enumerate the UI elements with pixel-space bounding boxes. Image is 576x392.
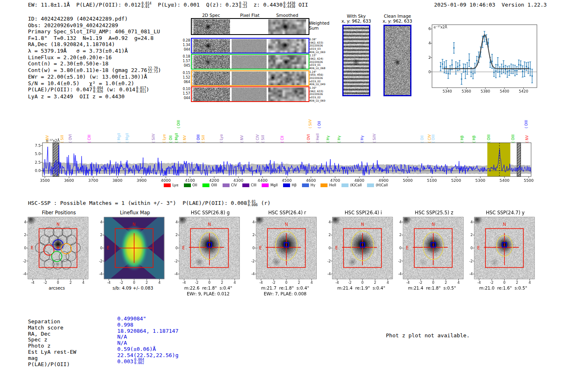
legend-label: (H)CaII: [376, 183, 388, 187]
match-table-value: N/A: [117, 340, 127, 346]
text-segment: ID: 4024242289 (4024242289.pdf): [28, 16, 128, 22]
match-table-value: 22.54(22.52,22.56)g: [117, 352, 179, 358]
text-segment: EW: 11.8±1.1Å P(LAE)/P(OII): 0.012: [28, 2, 141, 8]
legend-item: OIII: [202, 183, 217, 187]
pixelflat-image: [232, 39, 267, 53]
spec2d-row-left-labels: 0.281.34044: [181, 38, 190, 52]
match-table-value: 0.998: [117, 322, 133, 328]
cutout-xlabel: m:21.4 re:1.9" s:0.4": [321, 285, 402, 290]
legend-item: CIV: [223, 183, 237, 187]
info-line: λ = 5379.19Å σ = 3.73(±0.41)Å: [28, 48, 161, 54]
match-table-label: RA, Dec: [28, 331, 51, 337]
stacked-uncertainty: 0.0170.011: [135, 87, 146, 93]
legend-label: HeII: [329, 183, 336, 187]
spec2d-row: [191, 54, 309, 70]
legend-label: Hγ: [311, 183, 315, 187]
legend-swatch: [242, 183, 249, 187]
info-line: Primary Spec_Slot_IFU_AMP: 406_071_081_L…: [28, 28, 161, 35]
cutout-panel: Fiber Positionsarcsecs: [16, 210, 98, 296]
spectral-line-label: ( SiIV: [308, 119, 312, 128]
cutout-image-image: [320, 215, 396, 285]
smoothed-image: [268, 72, 306, 85]
info-line: EWr = 22.00(±5.10) (w: 13.00(±1.30))Å: [28, 74, 161, 80]
legend-swatch: [262, 183, 269, 187]
text-segment: ): [146, 86, 149, 93]
clean-image: [383, 25, 411, 96]
legend-swatch: [302, 183, 309, 187]
spec2d-row-right-labels: 1.24"(959, 456)20220926v019_02406_LU_049: [309, 71, 334, 87]
legend-item: Hβ: [283, 183, 297, 187]
smoothed-image: [268, 39, 306, 53]
pixelflat-image: [232, 72, 267, 85]
text-segment: Cont(n) = 2.30(±0.50)e-18: [28, 60, 109, 67]
spec2d-image: [192, 19, 230, 34]
with-sky-image: [342, 25, 370, 96]
header-timestamp-version: 2025-01-09 10:46:03 Version 1.22.3: [434, 2, 547, 8]
legend-label: OIII: [211, 183, 217, 187]
cutout-image-image: [244, 215, 320, 285]
spec2d-image: [192, 55, 230, 69]
text-segment: Primary Spec_Slot_IFU_AMP: 406_071_081_L…: [28, 28, 160, 35]
legend-swatch: [341, 183, 348, 187]
legend-item: MgII: [262, 183, 278, 187]
text-segment: P(Lyα): 0.001 Q(z): 0.23: [151, 2, 238, 8]
left-label: 0.10: [181, 87, 190, 91]
legend-item: Hγ: [302, 183, 315, 187]
match-table-label: Spec z: [28, 336, 47, 343]
spec2d-row-left-labels: 0.151.52064: [181, 71, 190, 84]
legend-swatch: [367, 183, 374, 187]
match-table-value: 0.499084": [117, 315, 146, 322]
stacked-uncertainty: 0.0140.01: [141, 2, 151, 9]
info-line: Cont(n) = 2.30(±0.50)e-18: [28, 60, 161, 67]
cutout-stats-line2: EWr: 9, PLAE: 0.012: [168, 291, 249, 296]
with-sky-title: With Sky: [336, 14, 377, 19]
spec2d-title-pixelflat: Pixel Flat: [229, 13, 270, 18]
text-segment: HSC-SSP : Possible Matches = 1 (within +…: [28, 200, 247, 206]
spec2d-row: [191, 70, 309, 86]
legend-label: MgII: [270, 183, 278, 187]
cutout-image-fiber: [16, 215, 92, 285]
cutout-image-image: [391, 215, 467, 285]
clean-image-coords: x, y: 962, 633: [377, 19, 418, 23]
spec2d-image: [192, 72, 230, 85]
text-segment: 0.003: [117, 358, 133, 364]
match-table-label: Photo z: [28, 343, 51, 349]
cutout-xlabel: m:22.6 re:1.8" s:0.4": [168, 285, 249, 290]
spec2d-row: [191, 86, 309, 102]
left-label: 044: [181, 96, 190, 100]
legend-swatch: [164, 183, 171, 187]
legend-item: (K)CaII: [341, 183, 362, 187]
cutout-panel: HSC SSP(25.5) zm:21.4 re:1.8" s:0.5": [391, 210, 473, 296]
spectral-line-label: ( OIII: [177, 120, 181, 128]
left-label: 064: [181, 80, 190, 84]
legend-item: CIII: [242, 183, 256, 187]
pixelflat-image: [232, 55, 267, 69]
legend-item: Lyα: [164, 183, 179, 187]
info-line: F=1.8" T=0.132 N=1.19 A=0.92 g=24.8: [28, 35, 161, 42]
stacked-uncertainty: 0.230.23: [238, 2, 247, 9]
match-table-value: 18.920864, 1.187147: [117, 328, 179, 334]
clean-image-title: Clean Image: [377, 14, 418, 19]
stacked-uncertainty: 0.44300.4430: [283, 2, 295, 9]
legend-label: CIII: [251, 183, 256, 187]
spec2d-row-right-labels: 1.39"(962, 633)20220926v019_02406_LU_069: [309, 87, 334, 103]
emission-line-fit-plot: [427, 20, 540, 93]
weighted-sum-label: WeightedSum: [309, 21, 330, 30]
legend-item: HeII: [321, 183, 336, 187]
text-segment: Obs: 20220926v019_4024242289: [28, 22, 118, 28]
smoothed-image: [268, 19, 306, 34]
match-table-label: mag: [28, 355, 37, 361]
detection-info-block: ID: 4024242289 (4024242289.pdf)Obs: 2022…: [28, 16, 161, 100]
spec2d-image: [192, 39, 230, 53]
stacked-uncertainty: 0.0040.002: [133, 358, 144, 365]
text-segment: LineFlux = 2.20(±0.20)e-16: [28, 54, 112, 60]
legend-swatch: [184, 183, 191, 187]
left-label: 1.57: [181, 91, 190, 96]
spec2d-title-2dspec: 2D Spec: [190, 13, 232, 18]
text-segment: z: 0.4430: [247, 2, 283, 8]
legend-swatch: [321, 183, 327, 187]
legend-label: CIV: [231, 183, 237, 187]
legend-label: OII: [193, 183, 197, 187]
text-segment: Cont(w) = 3.80(±0.11)e-18 (gmag 22.76: [28, 67, 147, 73]
left-label: 0.15: [181, 71, 190, 75]
